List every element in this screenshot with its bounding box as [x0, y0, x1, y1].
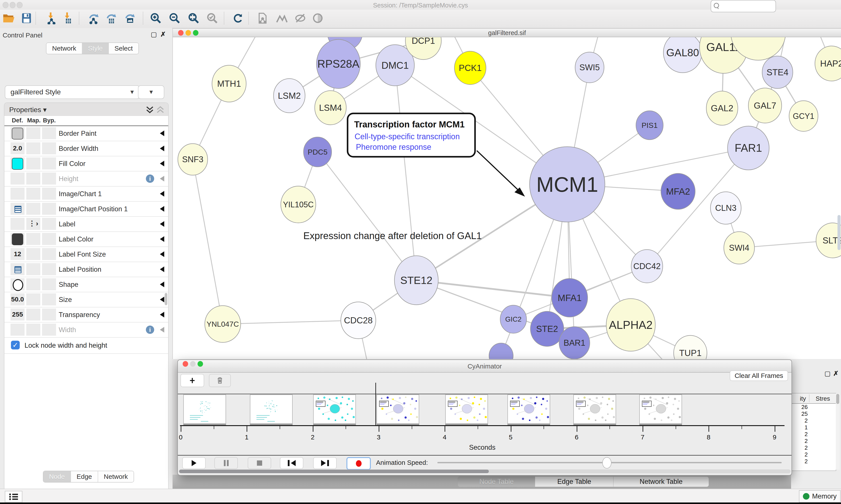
tab-style[interactable]: Style	[82, 43, 109, 54]
expand-left-icon[interactable]	[160, 221, 164, 227]
zoom-out-icon[interactable]	[168, 12, 181, 25]
expand-left-icon[interactable]	[160, 206, 164, 212]
default-value-cell[interactable]: 2.0	[11, 142, 24, 154]
mapping-cell[interactable]	[26, 187, 40, 200]
default-value-cell[interactable]	[11, 278, 24, 290]
properties-header[interactable]: Properties ▾	[4, 103, 168, 116]
tab-network[interactable]: Network	[47, 43, 82, 54]
default-value-cell[interactable]	[11, 233, 24, 245]
default-value-cell[interactable]	[11, 263, 24, 275]
panel-menu-button[interactable]	[5, 491, 22, 503]
network-node-SWI5[interactable]: SWI5	[575, 52, 604, 83]
animation-speed-thumb[interactable]	[602, 457, 611, 469]
mapping-cell[interactable]	[26, 203, 40, 215]
mapping-cell[interactable]: ⋮›	[26, 218, 40, 230]
network-node-RPS28A[interactable]: RPS28A	[317, 39, 360, 88]
network-node-GAL7[interactable]: GAL7	[748, 88, 782, 123]
property-row-label-color[interactable]: Label Color	[4, 232, 168, 247]
skip-start-button[interactable]	[280, 457, 303, 469]
mapping-cell[interactable]	[26, 293, 40, 305]
properties-scrollbar[interactable]	[165, 293, 167, 305]
default-value-cell[interactable]: 50.0	[11, 293, 24, 305]
network-node-MTH1[interactable]: MTH1	[212, 65, 246, 102]
network-node-PIS1[interactable]: PIS1	[636, 111, 663, 140]
skip-end-button[interactable]	[313, 457, 337, 469]
network-edge[interactable]	[395, 65, 416, 280]
info-icon[interactable]: i	[146, 175, 154, 183]
play-button[interactable]	[182, 457, 205, 469]
default-value-cell[interactable]	[11, 203, 24, 215]
table-row[interactable]: 2	[791, 458, 836, 465]
expand-left-icon[interactable]	[160, 251, 164, 257]
table-row[interactable]: 2	[791, 417, 836, 424]
tab-edge-table[interactable]: Edge Table	[535, 476, 614, 487]
search-network-icon[interactable]	[275, 12, 288, 25]
bypass-cell[interactable]	[42, 293, 56, 305]
import-table-icon[interactable]	[61, 12, 74, 25]
clear-all-frames-button[interactable]: Clear All Frames	[730, 371, 788, 381]
bypass-cell[interactable]	[42, 324, 56, 336]
expand-all-icon[interactable]	[145, 106, 154, 113]
expand-left-icon[interactable]	[160, 312, 164, 318]
save-icon[interactable]	[20, 12, 33, 25]
network-node-CDC42[interactable]: CDC42	[631, 250, 663, 283]
export-image-icon[interactable]	[124, 12, 137, 25]
tab-node-table[interactable]: Node Table	[458, 476, 535, 487]
network-node-ALPHA2[interactable]: ALPHA2	[606, 299, 655, 351]
property-row-width[interactable]: Width i	[4, 323, 168, 338]
table-row[interactable]: 2	[791, 451, 836, 458]
expand-left-icon[interactable]	[160, 297, 164, 302]
property-row-label-font-size[interactable]: 12 Label Font Size	[4, 247, 168, 262]
network-node-GCY1[interactable]: GCY1	[789, 101, 818, 131]
import-network-icon[interactable]	[45, 12, 58, 25]
network-node-TUP1[interactable]: TUP1	[674, 336, 707, 359]
network-node-GAL80[interactable]: GAL80	[663, 37, 702, 73]
network-node-PDC5[interactable]: PDC5	[304, 137, 332, 167]
mapping-cell[interactable]	[26, 233, 40, 245]
bypass-cell[interactable]	[42, 233, 56, 245]
zoom-selected-icon[interactable]	[206, 12, 219, 25]
export-table-icon[interactable]	[105, 12, 118, 25]
style-selector[interactable]: galFiltered Style▼	[5, 85, 140, 99]
network-node-CLN3[interactable]: CLN3	[711, 192, 741, 224]
mapping-cell[interactable]	[26, 324, 40, 336]
bypass-cell[interactable]	[42, 263, 56, 275]
close-icon[interactable]: ✗	[833, 370, 839, 377]
bypass-cell[interactable]	[42, 278, 56, 290]
property-row-label[interactable]: ⋮› Label	[4, 217, 168, 232]
expand-left-icon[interactable]	[160, 267, 164, 272]
property-row-border-paint[interactable]: Border Paint	[4, 126, 168, 141]
expand-left-icon[interactable]	[160, 327, 164, 332]
expand-left-icon[interactable]	[160, 176, 164, 181]
timeline-frame-1[interactable]	[183, 395, 226, 424]
property-row-image-chart-position-1[interactable]: Image/Chart Position 1	[4, 202, 168, 217]
default-value-cell[interactable]	[11, 158, 24, 169]
table-row[interactable]: 25	[791, 411, 836, 417]
network-node-MFA2[interactable]: MFA2	[661, 174, 695, 209]
table-row[interactable]: 2	[791, 445, 836, 451]
search-input[interactable]	[711, 0, 776, 12]
default-value-cell[interactable]	[11, 218, 24, 230]
bypass-cell[interactable]	[42, 248, 56, 260]
mapping-cell[interactable]	[26, 248, 40, 260]
network-node-LSM2[interactable]: LSM2	[273, 78, 305, 113]
mapping-cell[interactable]	[26, 173, 40, 184]
show-eye-icon[interactable]	[311, 12, 324, 25]
network-node-YIL105C[interactable]: YIL105C	[281, 186, 316, 223]
table-row[interactable]: 26	[791, 404, 836, 411]
timeline-frame-8[interactable]	[639, 395, 682, 424]
network-scrollbar[interactable]	[838, 215, 841, 250]
close-icon[interactable]: ✗	[160, 31, 166, 38]
stop-button[interactable]	[248, 457, 271, 469]
mapping-cell[interactable]	[26, 127, 40, 139]
property-row-fill-color[interactable]: Fill Color	[4, 156, 168, 172]
network-node-STE2[interactable]: STE2	[531, 311, 564, 346]
add-frame-button[interactable]	[180, 374, 204, 387]
timeline-playhead[interactable]	[375, 383, 376, 425]
open-network-file-icon[interactable]	[256, 12, 269, 25]
mapping-cell[interactable]	[26, 263, 40, 275]
network-edge[interactable]	[223, 320, 358, 324]
network-canvas[interactable]: RPS28ADMC1DCP1PCK1SWI5GAL80GAL11STE4HAP2…	[173, 37, 841, 359]
expand-left-icon[interactable]	[160, 130, 164, 136]
collapse-all-icon[interactable]	[156, 106, 165, 113]
